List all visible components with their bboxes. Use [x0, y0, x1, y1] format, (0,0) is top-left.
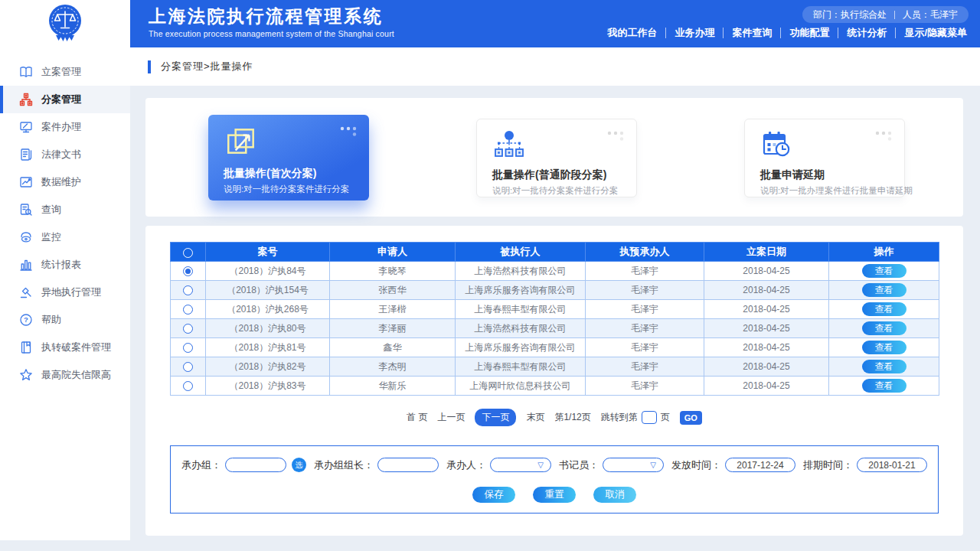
card-title: 批量操作(首次分案)	[224, 167, 316, 181]
group-select-button[interactable]: 选	[292, 458, 306, 472]
page-prev-button[interactable]: 上一页	[437, 411, 465, 424]
sidebar-item-label: 统计报表	[41, 258, 81, 272]
group-input[interactable]	[225, 458, 286, 472]
person-label: 人员：毛泽宇	[903, 6, 958, 23]
sidebar-item-statistics-report[interactable]: 统计报表	[0, 251, 130, 279]
dropdown-arrow-icon: ▽	[537, 461, 544, 469]
view-button[interactable]: 查看	[862, 341, 906, 354]
column-header-case-no: 案号	[206, 243, 330, 262]
schedule-date-input[interactable]: 2018-01-21	[857, 458, 927, 472]
card-description: 说明:对一批待分案案件进行分案	[224, 184, 349, 195]
view-button[interactable]: 查看	[862, 264, 906, 278]
form-field-clerk: 书记员： ▽	[559, 458, 664, 472]
table-row: （2018）沪执82号 李杰明 上海春熙丰型有限公司 毛泽宇 2018-04-2…	[171, 357, 939, 377]
cell-filing-date: 2018-04-25	[704, 377, 829, 396]
badge-divider	[894, 11, 895, 19]
breadcrumb-bar: 分案管理>批量操作	[130, 47, 980, 86]
sitemap-icon	[19, 93, 33, 106]
view-button[interactable]: 查看	[862, 360, 906, 373]
page-next-button[interactable]: 下一页	[475, 409, 516, 426]
row-radio[interactable]	[183, 324, 193, 334]
sidebar-item-case-handling[interactable]: 案件办理	[0, 113, 130, 141]
page-last-button[interactable]: 末页	[526, 411, 544, 424]
app-subtitle: The execution process management system …	[149, 29, 394, 38]
sidebar-item-help[interactable]: ? 帮助	[0, 306, 130, 334]
sidebar-item-label: 立案管理	[41, 65, 81, 79]
cell-handler: 毛泽宇	[586, 281, 704, 300]
row-radio[interactable]	[183, 285, 193, 295]
nav-toggle-menu[interactable]: 显示/隐藏菜单	[896, 28, 975, 38]
sidebar-item-label: 执转破案件管理	[41, 341, 111, 354]
table-row: （2018）沪执154号 张西华 上海席乐服务咨询有限公司 毛泽宇 2018-0…	[171, 281, 939, 300]
handler-select[interactable]: ▽	[490, 458, 551, 472]
issue-date-label: 发放时间：	[671, 458, 721, 472]
sidebar-item-case-filing[interactable]: 立案管理	[0, 58, 130, 86]
card-batch-apply-extension[interactable]: 批量申请延期 说明:对一批办理案件进行批量申请延期	[744, 119, 905, 197]
cell-case-no: （2018）沪执80号	[206, 319, 330, 338]
row-radio[interactable]	[183, 266, 193, 276]
cell-respondent: 上海浩然科技有限公司	[456, 262, 586, 281]
cell-handler: 毛泽宇	[586, 338, 704, 357]
sidebar-item-remote-execution[interactable]: 异地执行管理	[0, 279, 130, 306]
cell-handler: 毛泽宇	[586, 319, 704, 338]
cell-filing-date: 2018-04-25	[704, 319, 829, 338]
group-leader-input[interactable]	[377, 458, 439, 472]
row-radio[interactable]	[183, 305, 193, 315]
cell-applicant: 华新乐	[330, 377, 456, 396]
sidebar-item-data-maintenance[interactable]: 数据维护	[0, 168, 130, 196]
jump-label-suffix: 页	[661, 411, 670, 424]
department-label: 部门：执行综合处	[813, 6, 887, 23]
handler-label: 承办人：	[446, 458, 486, 472]
clerk-select[interactable]: ▽	[603, 458, 664, 472]
reset-button[interactable]: 重置	[533, 487, 576, 503]
sidebar-item-query[interactable]: 查询	[0, 196, 130, 223]
group-leader-label: 承办组组长：	[314, 458, 374, 472]
cell-case-no: （2018）沪执81号	[206, 338, 330, 357]
page-first-button[interactable]: 首 页	[407, 411, 427, 424]
form-buttons-row: 保存 重置 取消	[171, 487, 938, 503]
sidebar-item-case-assignment[interactable]: 分案管理	[0, 86, 130, 113]
card-batch-normal-assignment[interactable]: 批量操作(普通阶段分案) 说明:对一批待分案案件进行分案	[476, 119, 637, 197]
card-title: 批量申请延期	[760, 168, 825, 182]
view-button[interactable]: 查看	[862, 302, 906, 316]
cell-respondent: 上海席乐服务咨询有限公司	[456, 281, 586, 300]
column-header-actions: 操作	[829, 243, 939, 262]
sidebar-item-legal-documents[interactable]: 法律文书	[0, 141, 130, 168]
star-icon	[19, 368, 33, 382]
cell-applicant: 李杰明	[330, 357, 456, 377]
nav-business-handling[interactable]: 业务办理	[666, 28, 724, 38]
court-emblem	[0, 0, 130, 47]
sidebar-item-bankruptcy-cases[interactable]: 执转破案件管理	[0, 334, 130, 361]
cell-respondent: 上海浩然科技有限公司	[456, 319, 586, 338]
cell-handler: 毛泽宇	[586, 357, 704, 377]
go-button[interactable]: GO	[680, 411, 702, 425]
row-radio[interactable]	[183, 381, 193, 391]
page-jump-input[interactable]	[642, 411, 657, 424]
table-panel: 案号 申请人 被执行人 执预承办人 立案日期 操作 （2018）沪执84号 李晓…	[145, 226, 963, 536]
cancel-button[interactable]: 取消	[593, 487, 636, 503]
issue-date-input[interactable]: 2017-12-24	[725, 458, 795, 472]
breadcrumb: 分案管理>批量操作	[161, 60, 253, 73]
nav-statistics-analysis[interactable]: 统计分析	[838, 28, 896, 38]
nav-function-config[interactable]: 功能配置	[781, 28, 838, 38]
row-radio[interactable]	[183, 362, 193, 372]
nav-case-query[interactable]: 案件查询	[724, 28, 781, 38]
sidebar-item-supreme-court-dishonest[interactable]: 最高院失信限高	[0, 361, 130, 389]
save-button[interactable]: 保存	[472, 487, 515, 503]
form-field-group-leader: 承办组组长：	[314, 458, 439, 472]
card-batch-first-assignment[interactable]: 批量操作(首次分案) 说明:对一批待分案案件进行分案	[208, 115, 369, 201]
select-all-radio[interactable]	[183, 248, 193, 258]
schedule-date-label: 排期时间：	[803, 458, 853, 472]
table-row: （2018）沪执81号 鑫华 上海席乐服务咨询有限公司 毛泽宇 2018-04-…	[171, 338, 939, 357]
view-button[interactable]: 查看	[862, 321, 906, 335]
bar-chart-icon	[19, 258, 33, 272]
case-table: 案号 申请人 被执行人 执预承办人 立案日期 操作 （2018）沪执84号 李晓…	[170, 242, 939, 396]
view-button[interactable]: 查看	[862, 379, 906, 393]
row-radio[interactable]	[183, 343, 193, 353]
user-badge: 部门：执行综合处 人员：毛泽宇	[802, 6, 969, 23]
nav-my-workbench[interactable]: 我的工作台	[599, 28, 666, 38]
notebook-icon	[19, 341, 33, 354]
sidebar-item-monitoring[interactable]: 监控	[0, 223, 130, 251]
top-nav: 我的工作台 业务办理 案件查询 功能配置 统计分析 显示/隐藏菜单	[599, 28, 975, 38]
view-button[interactable]: 查看	[862, 283, 906, 297]
